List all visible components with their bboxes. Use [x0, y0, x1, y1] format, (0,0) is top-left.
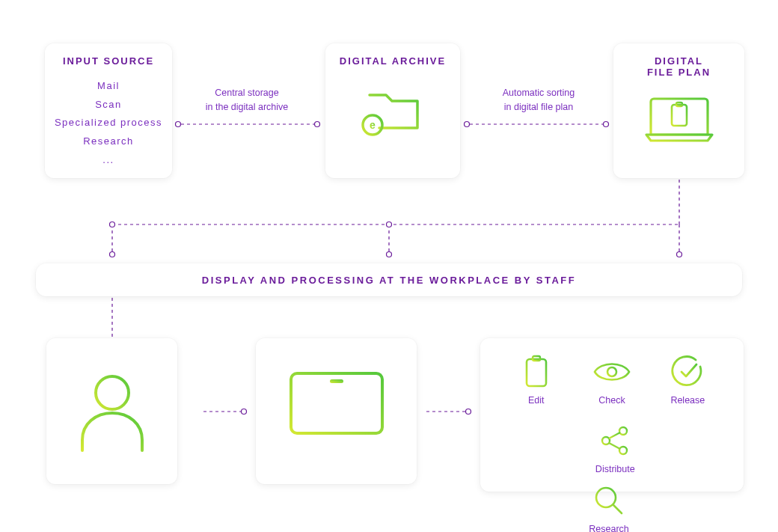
- share-icon: [595, 424, 635, 461]
- svg-point-1: [176, 122, 181, 127]
- clipboard-icon: [521, 355, 552, 392]
- svg-point-15: [677, 252, 682, 257]
- svg-point-9: [110, 222, 115, 227]
- laptop-clipboard-icon: [613, 88, 744, 148]
- action-label: Distribute: [595, 464, 635, 474]
- svg-point-28: [96, 376, 129, 409]
- svg-point-10: [110, 252, 115, 257]
- svg-point-12: [387, 222, 392, 227]
- action-edit: Edit: [521, 355, 552, 406]
- action-distribute: Distribute: [595, 424, 635, 474]
- action-label: Edit: [521, 395, 552, 406]
- svg-point-18: [242, 409, 247, 415]
- monitor-icon: [256, 338, 417, 484]
- mid-bar-text: DISPLAY AND PROCESSING AT THE WORKPLACE …: [202, 275, 576, 286]
- svg-point-39: [607, 367, 616, 376]
- card-title: DIGITAL ARCHIVE: [325, 55, 460, 67]
- action-label: Research: [589, 524, 629, 532]
- card-title: INPUT SOURCE: [45, 55, 172, 67]
- card-digital-archive: DIGITAL ARCHIVE e: [325, 43, 460, 178]
- list-item: Specialized process: [45, 114, 172, 132]
- svg-line-43: [609, 432, 620, 438]
- list-item: Scan: [45, 96, 172, 114]
- checkmark-circle-icon: [670, 355, 705, 392]
- svg-line-44: [609, 443, 620, 449]
- eye-icon: [592, 355, 632, 392]
- svg-point-4: [465, 122, 470, 127]
- action-release: Release: [670, 355, 705, 406]
- card-digital-file-plan: DIGITAL FILE PLAN: [613, 43, 744, 178]
- card-input-source: INPUT SOURCE Mail Scan Specialized proce…: [45, 43, 172, 178]
- svg-point-40: [602, 437, 610, 444]
- list-item: Mail: [45, 77, 172, 96]
- card-monitor: [256, 338, 417, 484]
- card-actions: Edit Check: [480, 338, 744, 492]
- card-person: [46, 338, 177, 484]
- svg-text:e: e: [370, 119, 376, 131]
- magnifier-plus-icon: [589, 483, 629, 521]
- svg-point-20: [466, 409, 471, 415]
- mid-bar: DISPLAY AND PROCESSING AT THE WORKPLACE …: [36, 263, 742, 296]
- action-label: Check: [592, 395, 632, 406]
- input-source-list: Mail Scan Specialized process Research .…: [45, 77, 172, 169]
- list-item: ...: [45, 151, 172, 170]
- flow-label-to-fileplan: Automatic sorting in digital file plan: [475, 86, 602, 114]
- diagram-canvas: INPUT SOURCE Mail Scan Specialized proce…: [0, 0, 778, 532]
- svg-point-5: [604, 122, 609, 127]
- action-research: Research: [589, 483, 629, 532]
- card-title: DIGITAL FILE PLAN: [613, 55, 744, 78]
- action-label: Release: [670, 395, 705, 406]
- folder-e-icon: e: [325, 82, 460, 141]
- person-icon: [46, 338, 177, 484]
- svg-point-2: [315, 122, 320, 127]
- flow-label-to-archive: Central storage in the digital archive: [183, 86, 310, 114]
- list-item: Research: [45, 132, 172, 151]
- svg-line-46: [613, 505, 622, 513]
- svg-point-41: [619, 427, 627, 435]
- svg-point-42: [619, 447, 627, 454]
- svg-point-13: [387, 252, 392, 257]
- action-check: Check: [592, 355, 632, 406]
- svg-rect-31: [330, 379, 343, 383]
